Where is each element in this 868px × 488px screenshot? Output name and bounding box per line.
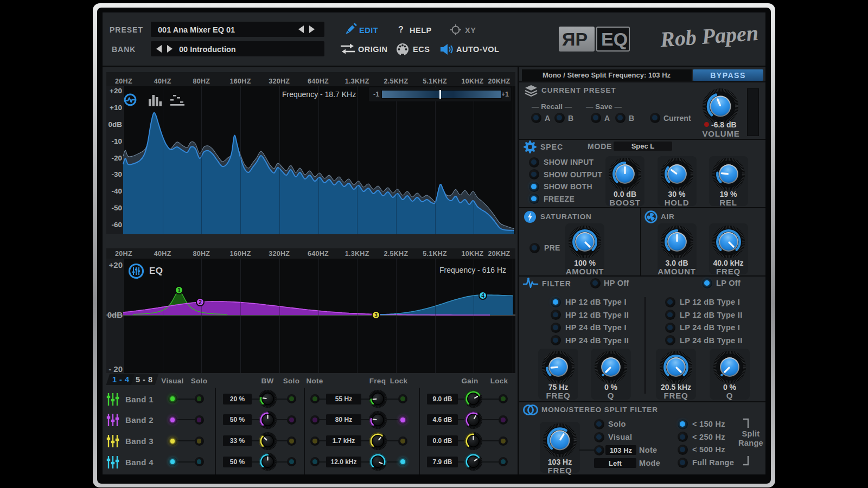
svg-text:Rob Papen: Rob Papen: [659, 21, 760, 52]
